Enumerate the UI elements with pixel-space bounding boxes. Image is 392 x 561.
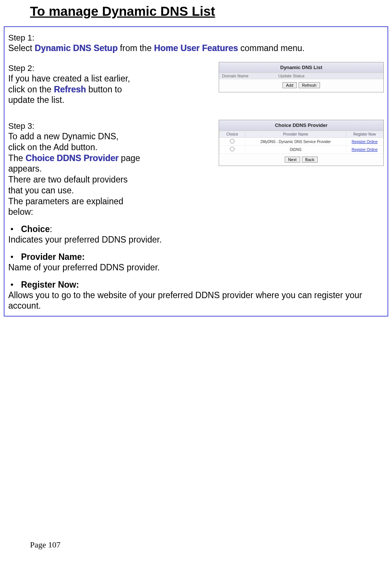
bullet-suffix: :	[50, 224, 52, 234]
dns-list-title: Dynamic DNS List	[219, 62, 383, 73]
provider-name-cell: 2MyDNS - Dynamic DNS Service Provider	[245, 138, 346, 146]
step3-line6: that you can use.	[8, 185, 210, 196]
page-title: To manage Dynamic DNS List	[30, 4, 392, 19]
bullet-icon: •	[8, 280, 21, 290]
bullet-desc: Allows you to go to the website of your …	[8, 290, 384, 312]
th-choice: Choice	[219, 131, 245, 138]
step3-line3: The Choice DDNS Provider page	[8, 153, 210, 164]
step3-block: Step 3: To add a new Dynamic DNS, click …	[8, 118, 384, 217]
step3-line3a: The	[8, 153, 26, 163]
step3-hl: Choice DDNS Provider	[26, 153, 119, 163]
step2-label: Step 2:	[8, 63, 210, 73]
step3-line1: To add a new Dynamic DNS,	[8, 131, 210, 142]
step2-refresh-hl: Refresh	[54, 84, 86, 94]
bullet-register: •Register Now: Allows you to go to the w…	[8, 280, 384, 312]
bullet-label: Choice	[21, 224, 50, 234]
register-link[interactable]: Register Online	[352, 140, 378, 144]
th-register: Register Now	[346, 131, 383, 138]
bullet-label: Provider Name:	[21, 252, 85, 262]
dns-list-header: Domain Name Update Status	[219, 73, 383, 79]
register-link[interactable]: Register Online	[352, 148, 378, 152]
step3-line5: There are two default providers	[8, 174, 210, 185]
choice-radio[interactable]	[230, 147, 234, 151]
step1-label: Step 1:	[8, 33, 384, 43]
bullet-desc: Indicates your preferred DDNS provider.	[8, 234, 384, 245]
ddns-provider-panel: Choice DDNS Provider Choice Provider Nam…	[219, 120, 384, 166]
page-number: Page 107	[30, 540, 60, 550]
instruction-box: Step 1: Select Dynamic DNS Setup from th…	[4, 26, 388, 317]
ddns-buttons: Next Back	[219, 154, 383, 166]
step3-line2: click on the Add button.	[8, 142, 210, 153]
step1-mid: from the	[117, 43, 154, 53]
step1-post: command menu.	[238, 43, 305, 53]
refresh-button[interactable]: Refresh	[299, 82, 320, 88]
bullet-icon: •	[8, 224, 21, 234]
step3-line4: appears.	[8, 163, 210, 174]
step2-line2: click on the Refresh button to	[8, 84, 210, 95]
step1-hl1: Dynamic DNS Setup	[35, 43, 117, 53]
dns-list-panel: Dynamic DNS List Domain Name Update Stat…	[219, 62, 384, 92]
step2-line1: If you have created a list earlier,	[8, 73, 210, 84]
next-button[interactable]: Next	[285, 157, 300, 163]
choice-radio[interactable]	[230, 139, 234, 143]
step3-line7: The parameters are explained	[8, 196, 210, 207]
step2-line2b: button to	[86, 84, 122, 94]
bullet-desc: Name of your preferred DDNS provider.	[8, 262, 384, 273]
bullet-choice: •Choice: Indicates your preferred DDNS p…	[8, 224, 384, 245]
step3-line8: below:	[8, 207, 210, 217]
step2-line2a: click on the	[8, 84, 54, 94]
dns-col-domain: Domain Name	[222, 74, 278, 78]
ddns-provider-table: Choice Provider Name Register Now 2MyDNS…	[219, 131, 383, 154]
bullet-icon: •	[8, 252, 21, 262]
bullet-provider: •Provider Name: Name of your preferred D…	[8, 252, 384, 273]
step1-pre: Select	[8, 43, 35, 53]
dns-list-buttons: Add Refresh	[219, 79, 383, 92]
ddns-provider-title: Choice DDNS Provider	[219, 120, 383, 131]
table-row: DtDNS Register Online	[219, 146, 383, 154]
step2-line3: update the list.	[8, 95, 210, 106]
th-provider: Provider Name	[245, 131, 346, 138]
add-button[interactable]: Add	[282, 82, 297, 88]
step3-line3b: page	[119, 153, 140, 163]
step3-label: Step 3:	[8, 121, 210, 131]
step1-hl2: Home User Features	[154, 43, 238, 53]
table-row: 2MyDNS - Dynamic DNS Service Provider Re…	[219, 138, 383, 146]
bullet-label: Register Now:	[21, 280, 79, 290]
dns-col-status: Update Status	[278, 74, 305, 78]
step1-text: Select Dynamic DNS Setup from the Home U…	[8, 43, 384, 54]
back-button[interactable]: Back	[302, 157, 318, 163]
provider-name-cell: DtDNS	[245, 146, 346, 154]
step2-block: Step 2: If you have created a list earli…	[8, 60, 384, 106]
